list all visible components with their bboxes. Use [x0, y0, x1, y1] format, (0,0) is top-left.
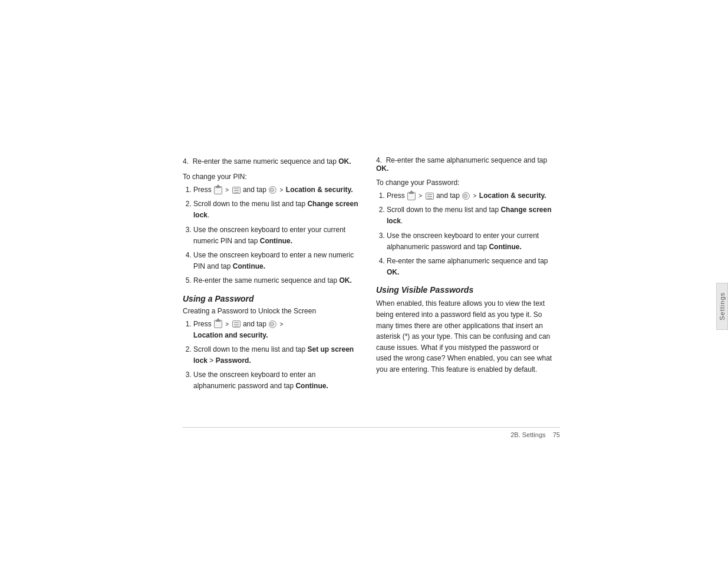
chevron-1: > [225, 186, 229, 195]
change-pin-steps: Press > and tap > Location & security. S… [183, 184, 360, 287]
right-column: 4. Re-enter the same alphanumeric sequen… [376, 156, 553, 395]
chevron-5: > [419, 191, 422, 201]
change-pin-label: To change your PIN: [183, 173, 360, 181]
footer-chapter: 2B. Settings 75 [510, 431, 560, 438]
chevron-3: > [225, 320, 229, 329]
change-password-step-3: Use the onscreen keyboard to enter your … [387, 230, 553, 253]
settings-icon-2 [269, 320, 276, 328]
visible-passwords-body: When enabled, this feature allows you to… [376, 298, 553, 375]
home-icon [214, 186, 222, 194]
change-pin-step-1: Press > and tap > Location & security. [193, 184, 360, 196]
chevron-2: > [280, 186, 284, 195]
change-password-label: To change your Password: [376, 178, 553, 187]
step4-alpha-text: 4. Re-enter the same alphanumeric sequen… [376, 156, 547, 173]
change-password-steps: Press > and tap > Location & security. S… [376, 190, 553, 278]
settings-icon-3 [462, 192, 470, 200]
change-pin-step-4: Use the onscreen keyboard to enter a new… [193, 250, 360, 272]
using-visible-passwords-title: Using Visible Passwords [376, 285, 553, 295]
home-icon-3 [407, 192, 416, 200]
change-password-step-1: Press > and tap > Location & security. [387, 190, 553, 201]
two-column-layout: 4. Re-enter the same numeric sequence an… [183, 156, 560, 395]
creating-password-subtitle: Creating a Password to Unlock the Screen [183, 307, 360, 315]
password-step-1: Press > and tap > Location and security. [193, 319, 360, 341]
using-password-title: Using a Password [183, 294, 360, 303]
chevron-6: > [473, 191, 477, 201]
password-steps: Press > and tap > Location and security.… [183, 319, 360, 392]
change-pin-step-2: Scroll down to the menu list and tap Cha… [193, 199, 360, 221]
step4-pin-text: 4. Re-enter the same numeric sequence an… [183, 157, 351, 166]
step4-alphanumeric: 4. Re-enter the same alphanumeric sequen… [376, 156, 553, 173]
home-icon-2 [214, 320, 222, 328]
change-pin-step-5: Re-enter the same numeric sequence and t… [193, 275, 360, 286]
change-password-step-4: Re-enter the same alphanumeric sequence … [387, 256, 553, 278]
change-password-step-2: Scroll down to the menu list and tap Cha… [387, 204, 553, 227]
menu-icon-2 [232, 320, 241, 328]
left-column: 4. Re-enter the same numeric sequence an… [183, 156, 360, 395]
content-area: 4. Re-enter the same numeric sequence an… [183, 156, 560, 395]
password-step-3: Use the onscreen keyboard to enter an al… [193, 369, 360, 392]
settings-tab-label: Settings [719, 292, 726, 320]
settings-tab: Settings [716, 283, 728, 330]
menu-icon-3 [426, 193, 434, 200]
change-pin-step-3: Use the onscreen keyboard to enter your … [193, 224, 360, 247]
footer: 2B. Settings 75 [183, 427, 560, 438]
chevron-4: > [280, 320, 284, 329]
menu-icon-1 [232, 187, 241, 194]
settings-icon-1 [269, 186, 276, 194]
password-step-2: Scroll down to the menu list and tap Set… [193, 344, 360, 366]
step4-pin: 4. Re-enter the same numeric sequence an… [183, 156, 360, 167]
page: Settings 4. Re-enter the same numeric se… [0, 0, 728, 562]
